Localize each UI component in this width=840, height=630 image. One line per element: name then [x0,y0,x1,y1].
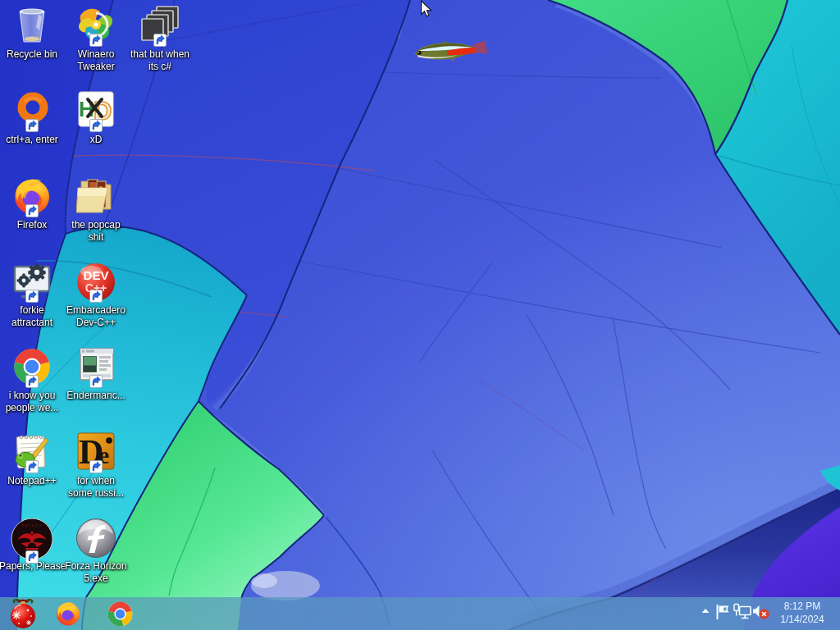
svg-text:DEV: DEV [84,268,109,282]
svg-text:P A P E R S: P A P E R S [22,523,41,527]
